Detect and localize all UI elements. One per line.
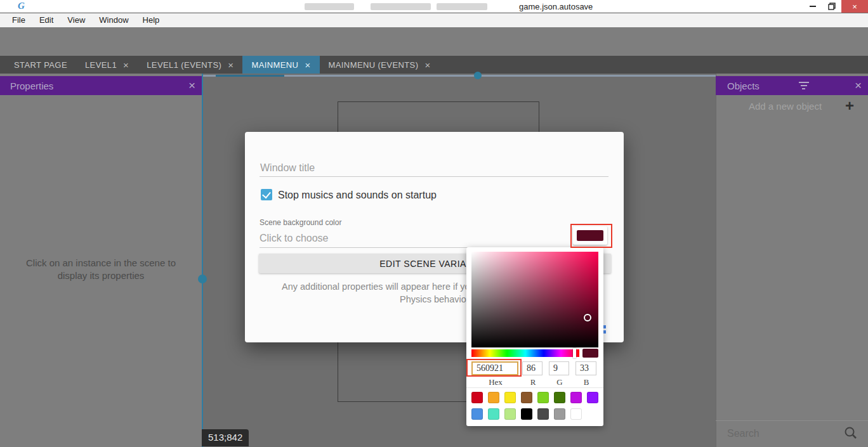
tab-label: MAINMENU (251, 60, 298, 70)
preset-swatch[interactable] (537, 392, 549, 403)
color-picker-popup: Hex R G B (466, 247, 603, 426)
tab-close-icon[interactable]: × (424, 60, 430, 70)
redacted-text-block (305, 3, 354, 10)
menu-help[interactable]: Help (136, 13, 167, 27)
objects-panel-header: Objects × (716, 76, 868, 95)
window-title: game.json.autosave (519, 2, 593, 11)
current-color-preview (582, 349, 598, 358)
b-label: B (575, 377, 597, 387)
r-label: R (522, 377, 544, 387)
scrollbar-drag-handle[interactable] (474, 72, 482, 79)
gdevelop-logo-icon: G (18, 1, 25, 11)
tab-label: START PAGE (14, 60, 67, 70)
tab-close-icon[interactable]: × (123, 60, 129, 70)
preset-swatch[interactable] (504, 408, 516, 420)
preset-swatch[interactable] (504, 392, 516, 403)
hue-slider-handle[interactable] (573, 348, 576, 358)
tab-bar: START PAGE LEVEL1 × LEVEL1 (EVENTS) × MA… (0, 56, 868, 74)
tab-close-icon[interactable]: × (228, 60, 233, 70)
preset-swatch[interactable] (521, 408, 532, 420)
annotation-hex-highlight (466, 359, 522, 377)
saturation-area[interactable] (471, 252, 598, 347)
properties-panel-title: Properties (10, 81, 53, 91)
close-button[interactable]: × (841, 0, 868, 13)
objects-panel-title: Objects (727, 81, 760, 91)
preset-swatch[interactable] (537, 408, 549, 420)
preset-swatch[interactable] (587, 392, 598, 403)
minimize-icon (810, 6, 816, 7)
title-bar: G game.json.autosave × (0, 0, 868, 13)
g-label: G (549, 377, 570, 387)
toolbar: 1:1 (0, 27, 868, 56)
preset-swatch[interactable] (471, 392, 483, 403)
background-color-label: Scene background color (260, 218, 341, 227)
cursor-coordinates-badge: 513;842 (202, 429, 249, 446)
field-underline (260, 176, 608, 177)
blue-input[interactable] (575, 361, 596, 375)
tab-label: LEVEL1 (85, 60, 117, 70)
objects-search-row (716, 420, 868, 447)
preset-swatch[interactable] (488, 408, 499, 420)
properties-empty-message: Click on an instance in the scene to dis… (12, 257, 190, 282)
red-input[interactable] (522, 361, 542, 375)
redacted-text-block (437, 3, 487, 10)
minimize-button[interactable] (803, 0, 822, 13)
tab-mainmenu-events[interactable]: MAINMENU (EVENTS) × (320, 56, 440, 74)
annotation-swatch-highlight (570, 224, 612, 248)
menu-edit[interactable]: Edit (32, 13, 60, 27)
tab-label: LEVEL1 (EVENTS) (147, 60, 221, 70)
picker-divider (466, 387, 603, 388)
close-icon: × (852, 2, 857, 11)
hue-slider[interactable] (471, 349, 579, 357)
dialog-helper-text: Physics behavio (400, 294, 466, 304)
properties-panel-header: Properties × (0, 76, 202, 95)
close-icon[interactable]: × (848, 79, 868, 93)
saturation-cursor[interactable] (584, 314, 591, 321)
menu-view[interactable]: View (60, 13, 92, 27)
gdevelop-window: G game.json.autosave × File Edit View Wi… (0, 0, 868, 447)
search-input[interactable] (727, 426, 835, 441)
hex-label: Hex (471, 377, 520, 387)
add-object-label: Add a new object (749, 101, 822, 112)
window-title-field[interactable]: Window title (260, 162, 315, 174)
preset-swatch[interactable] (570, 408, 582, 420)
preset-swatch[interactable] (570, 392, 582, 403)
menu-window[interactable]: Window (92, 13, 135, 27)
tab-level1[interactable]: LEVEL1 × (76, 56, 138, 74)
horizontal-scrollbar-thumb[interactable] (216, 75, 284, 77)
close-icon[interactable]: × (182, 79, 202, 93)
menu-bar: File Edit View Window Help (0, 13, 868, 27)
objects-panel (716, 74, 868, 447)
stop-music-label: Stop musics and sounds on startup (278, 190, 437, 201)
background-color-field[interactable]: Click to choose (260, 233, 329, 244)
restore-button[interactable] (822, 0, 841, 13)
redacted-text-block (371, 3, 431, 10)
search-icon (844, 426, 858, 440)
stop-music-checkbox[interactable] (261, 189, 272, 200)
tab-start-page[interactable]: START PAGE (5, 56, 76, 74)
filter-icon[interactable] (796, 82, 812, 89)
preset-swatch[interactable] (554, 392, 565, 403)
menu-file[interactable]: File (5, 13, 32, 27)
restore-icon (828, 3, 836, 10)
preset-swatch[interactable] (521, 392, 532, 403)
preset-swatch[interactable] (554, 408, 565, 420)
tab-level1-events[interactable]: LEVEL1 (EVENTS) × (138, 56, 242, 74)
add-object-row: Add a new object + (716, 96, 868, 115)
tab-label: MAINMENU (EVENTS) (329, 60, 419, 70)
tab-close-icon[interactable]: × (305, 60, 310, 70)
green-input[interactable] (549, 361, 569, 375)
preset-swatch[interactable] (488, 392, 499, 403)
preset-swatch[interactable] (471, 408, 483, 420)
tab-mainmenu[interactable]: MAINMENU × (242, 56, 319, 74)
dialog-helper-text: Any additional properties will appear he… (282, 282, 470, 292)
add-object-button[interactable]: + (845, 98, 854, 113)
divider-drag-handle[interactable] (198, 275, 207, 283)
